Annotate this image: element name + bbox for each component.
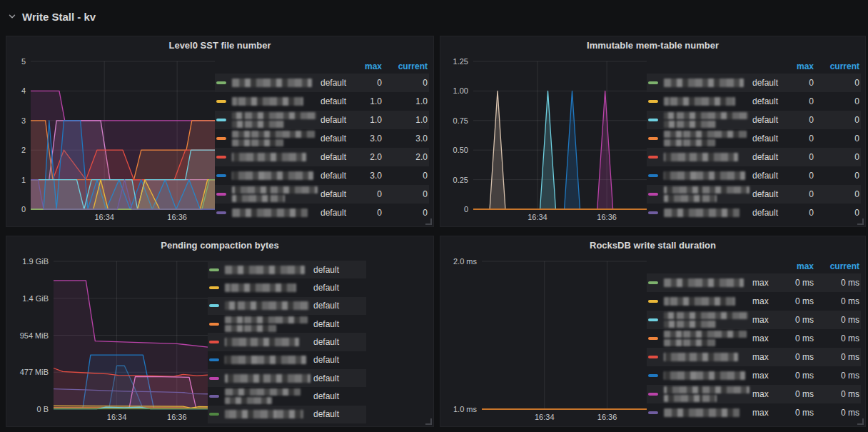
series-swatch — [209, 395, 219, 398]
legend-row[interactable]: default00 — [647, 74, 861, 92]
legend-row[interactable]: default — [208, 297, 366, 315]
y-tick-label: 954 MiB — [20, 331, 49, 340]
redacted-text — [225, 388, 301, 396]
panel-resize-handle[interactable] — [425, 418, 432, 425]
series-swatch — [209, 268, 219, 271]
series-swatch — [216, 174, 226, 177]
legend-row[interactable]: max0 ms0 ms — [647, 348, 861, 366]
y-tick-label: 5 — [21, 57, 26, 66]
panel-title[interactable]: Immutable mem-table number — [440, 36, 865, 55]
legend-current-value: 0 ms — [814, 352, 861, 362]
legend-sort-max[interactable]: max — [346, 61, 382, 71]
chart-plot[interactable] — [473, 61, 647, 209]
legend-row[interactable]: max0 ms0 ms — [647, 329, 861, 348]
legend-suffix: max — [752, 389, 769, 399]
legend-max-value: 0 — [778, 189, 814, 199]
legend-row[interactable]: default — [208, 369, 366, 387]
section-header[interactable]: Write Stall - kv — [7, 7, 96, 26]
legend-row[interactable]: max0 ms0 ms — [647, 292, 861, 311]
y-tick-label: 1.00 — [453, 86, 468, 95]
legend-row[interactable]: default00 — [647, 204, 861, 222]
y-tick-label: 1.25 — [453, 57, 468, 66]
panel-title[interactable]: RocksDB write stall duration — [440, 236, 865, 255]
legend-row[interactable]: default00 — [647, 185, 861, 204]
panel-resize-handle[interactable] — [857, 418, 864, 425]
legend-current-value: 0 — [814, 189, 861, 199]
legend-row[interactable]: max0 ms0 ms — [647, 311, 861, 329]
redacted-text — [232, 121, 284, 128]
redacted-series-label — [664, 353, 751, 361]
legend-column-headers: maxcurrent — [647, 259, 861, 273]
legend-row[interactable]: default00 — [215, 74, 429, 92]
redacted-series-label — [664, 186, 751, 202]
y-tick-label: 1 — [21, 176, 26, 184]
legend-sort-current[interactable]: current — [382, 61, 429, 71]
legend-row[interactable]: default00 — [647, 129, 861, 148]
legend-row[interactable]: default — [208, 278, 366, 296]
panel-resize-handle[interactable] — [425, 218, 432, 225]
legend-row[interactable]: default — [208, 315, 366, 333]
legend-suffix: max — [752, 296, 769, 306]
series-swatch — [216, 81, 226, 84]
legend-sort-current[interactable]: current — [814, 61, 861, 71]
series-swatch — [648, 374, 658, 377]
chart-plot[interactable] — [54, 261, 208, 409]
chart-plot[interactable] — [482, 261, 647, 409]
legend-row[interactable]: default — [208, 333, 366, 351]
legend-row[interactable]: default3.03.0 — [215, 129, 429, 148]
redacted-series-label — [232, 131, 319, 146]
legend-current-value: 0 ms — [814, 333, 861, 343]
legend-row[interactable]: default — [208, 387, 366, 405]
legend-row[interactable]: max0 ms0 ms — [647, 273, 861, 292]
legend-row[interactable]: default3.00 — [215, 166, 429, 185]
legend-suffix: default — [752, 115, 778, 125]
legend-row[interactable]: default2.02.0 — [215, 148, 429, 166]
legend-row[interactable]: default — [208, 351, 366, 369]
series-swatch — [648, 411, 658, 414]
legend-sort-max[interactable]: max — [778, 61, 814, 71]
legend-sort-current[interactable]: current — [814, 261, 861, 271]
legend-row[interactable]: default1.01.0 — [215, 111, 429, 129]
legend-current-value: 0 ms — [814, 315, 861, 325]
legend-suffix: max — [752, 352, 769, 362]
legend-max-value: 0 ms — [778, 296, 814, 306]
legend-max-value: 3.0 — [346, 171, 382, 181]
redacted-text — [664, 353, 738, 361]
legend-current-value: 0 — [814, 96, 861, 106]
legend-row[interactable]: default00 — [215, 204, 429, 222]
redacted-text — [664, 408, 740, 417]
panel-title[interactable]: Level0 SST file number — [6, 36, 433, 55]
legend-row[interactable]: default1.01.0 — [215, 92, 429, 111]
legend-row[interactable]: max0 ms0 ms — [647, 385, 861, 403]
redacted-text — [232, 153, 306, 161]
legend-suffix: default — [313, 409, 339, 419]
legend-suffix: default — [313, 319, 339, 329]
legend-row[interactable]: default00 — [647, 92, 861, 111]
legend-suffix: max — [752, 315, 769, 325]
legend-sort-max[interactable]: max — [778, 261, 814, 271]
redacted-series-label — [664, 408, 751, 417]
chart-plot[interactable] — [31, 61, 215, 209]
legend-row[interactable]: max0 ms0 ms — [647, 366, 861, 385]
legend-max-value: 0 — [778, 208, 814, 218]
panel-rocksdb-write-stall-duration: RocksDB write stall duration 2.0 ms1.0 m… — [440, 236, 866, 427]
panel-title[interactable]: Pending compaction bytes — [6, 236, 433, 255]
series-swatch — [648, 356, 658, 358]
legend-row[interactable]: default00 — [647, 166, 861, 185]
series-swatch — [648, 174, 658, 177]
legend-row[interactable]: default — [208, 261, 366, 278]
section-title: Write Stall - kv — [22, 11, 96, 23]
legend-row[interactable]: default — [208, 406, 366, 423]
legend-suffix: default — [313, 301, 339, 311]
legend-row[interactable]: default00 — [215, 185, 429, 204]
panel-resize-handle[interactable] — [857, 218, 864, 225]
legend-column-headers: maxcurrent — [215, 59, 429, 74]
panel-level0-sst-file-number: Level0 SST file number 543210 16:3416:36… — [6, 36, 434, 227]
y-tick-label: 2.0 ms — [453, 257, 477, 266]
legend: maxcurrentdefault00default00default00def… — [647, 55, 861, 223]
legend-row[interactable]: default00 — [647, 148, 861, 166]
legend-row[interactable]: default00 — [647, 111, 861, 129]
redacted-text — [225, 356, 306, 364]
legend-row[interactable]: max0 ms0 ms — [647, 403, 861, 422]
legend-suffix: default — [752, 208, 778, 218]
